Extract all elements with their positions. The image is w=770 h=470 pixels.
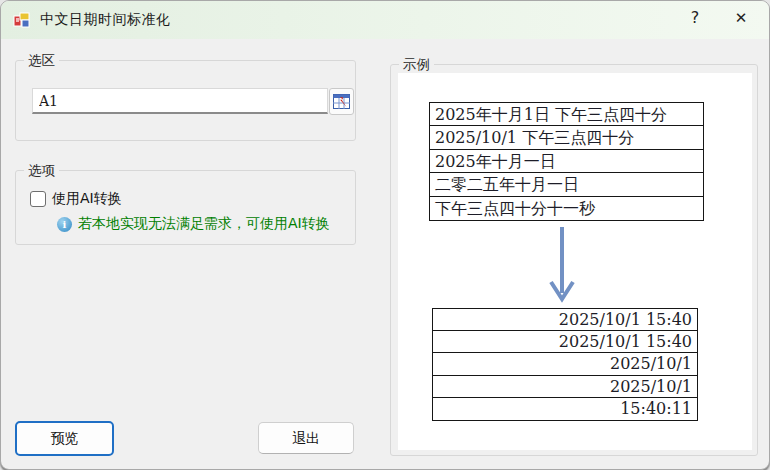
example-after-table: 2025/10/1 15:40 2025/10/1 15:40 2025/10/… bbox=[432, 308, 698, 421]
example-group: 示例 2025年十月1日 下午三点四十分 2025/10/1 下午三点四十分 2… bbox=[390, 64, 758, 456]
down-arrow-icon bbox=[548, 225, 576, 305]
close-button[interactable]: ✕ bbox=[717, 2, 765, 34]
example-group-label: 示例 bbox=[399, 56, 434, 74]
table-row: 2025年十月1日 下午三点四十分 bbox=[430, 103, 703, 126]
ai-hint-row: i 若本地实现无法满足需求，可使用AI转换 bbox=[57, 215, 330, 233]
example-before-table: 2025年十月1日 下午三点四十分 2025/10/1 下午三点四十分 2025… bbox=[429, 102, 704, 221]
ai-hint-text: 若本地实现无法满足需求，可使用AI转换 bbox=[78, 215, 330, 233]
example-panel: 2025年十月1日 下午三点四十分 2025/10/1 下午三点四十分 2025… bbox=[398, 73, 752, 450]
window-title: 中文日期时间标准化 bbox=[40, 11, 171, 29]
exit-button[interactable]: 退出 bbox=[258, 422, 354, 454]
table-row: 2025/10/1 bbox=[433, 353, 697, 375]
range-select-icon bbox=[333, 94, 350, 109]
options-group: 选项 使用AI转换 i 若本地实现无法满足需求，可使用AI转换 bbox=[15, 170, 356, 245]
selection-group: 选区 bbox=[15, 60, 356, 141]
ai-convert-checkbox[interactable] bbox=[30, 191, 46, 207]
table-row: 2025/10/1 下午三点四十分 bbox=[430, 126, 703, 149]
ai-convert-checkbox-row: 使用AI转换 bbox=[30, 190, 122, 208]
table-row: 二零二五年十月一日 bbox=[430, 173, 703, 196]
title-bar: 中文日期时间标准化 ? ✕ bbox=[1, 1, 769, 39]
table-row: 下午三点四十分十一秒 bbox=[430, 197, 703, 220]
dialog-window: 中文日期时间标准化 ? ✕ 选区 选项 使用AI转换 i 若本地实现无法 bbox=[0, 0, 770, 470]
range-input[interactable] bbox=[32, 88, 328, 114]
table-row: 2025/10/1 15:40 bbox=[433, 309, 697, 331]
table-row: 2025/10/1 15:40 bbox=[433, 331, 697, 353]
range-select-button[interactable] bbox=[329, 88, 354, 115]
app-icon bbox=[13, 11, 31, 29]
options-group-label: 选项 bbox=[24, 162, 59, 180]
info-icon: i bbox=[57, 217, 72, 232]
table-row: 15:40:11 bbox=[433, 398, 697, 420]
table-row: 2025年十月一日 bbox=[430, 150, 703, 173]
preview-button[interactable]: 预览 bbox=[15, 421, 114, 456]
selection-group-label: 选区 bbox=[24, 52, 59, 70]
help-button[interactable]: ? bbox=[673, 2, 717, 34]
ai-convert-checkbox-label[interactable]: 使用AI转换 bbox=[52, 190, 122, 208]
table-row: 2025/10/1 bbox=[433, 376, 697, 398]
